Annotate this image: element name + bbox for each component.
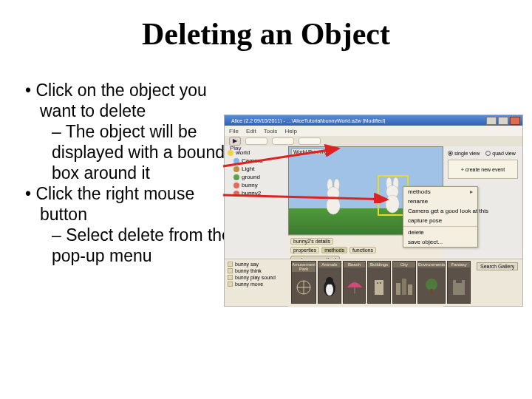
maximize-icon[interactable] [498,117,508,125]
ctx-capture-pose[interactable]: capture pose [403,216,477,225]
tree-item-world[interactable]: world [228,149,285,156]
menubar: File Edit Tools Help [225,126,522,136]
context-menu: methods▸ rename Camera get a good look a… [403,186,478,248]
list-label: bunny play sound [235,275,276,280]
ctx-delete[interactable]: delete [403,226,477,237]
close-icon[interactable] [510,117,520,125]
scene-object-bunny[interactable] [318,177,349,217]
radio-quad-view[interactable]: quad view [485,151,516,156]
gallery-thumb[interactable]: Amusement Park [291,261,316,304]
viewport-caption: World Running [291,149,330,155]
tab-functions[interactable]: functions [349,247,376,253]
list-label: bunny think [235,268,262,273]
svg-rect-24 [453,280,456,283]
castle-icon [450,276,468,296]
minimize-icon[interactable] [486,117,497,125]
gallery-bar: bunny say bunny think bunny play sound b… [225,259,522,306]
svg-point-3 [327,197,341,214]
list-item[interactable]: bunny think [228,268,285,273]
bullet-1a: • Click on the object you [25,80,276,100]
svg-point-12 [326,284,333,296]
tree-item-bunny[interactable]: bunny [228,182,285,188]
ctx-rename[interactable]: rename [403,197,477,206]
city-icon [395,276,414,296]
tree-label: Camera [242,157,262,164]
thumb-label: Beach [344,262,366,267]
details-tab-title: bunny2's details [290,238,333,245]
svg-rect-19 [402,279,406,295]
bunny-icon [233,183,239,188]
tree-label: bunny [242,182,258,188]
thumb-label: City [393,262,415,267]
toolbar-pill-2[interactable] [272,137,294,145]
svg-rect-20 [408,284,412,295]
tab-methods[interactable]: methods [321,247,347,253]
list-item[interactable]: bunny say [228,262,285,267]
svg-rect-16 [377,282,378,284]
slide-title: Deleting an Object [0,0,532,59]
tab-properties[interactable]: properties [290,247,319,253]
tree-item-bunny2[interactable]: bunny2 [228,190,285,197]
thumb-label: Environments [418,262,446,267]
ferris-wheel-icon [294,279,313,298]
globe-icon [228,150,233,156]
svg-rect-25 [462,280,465,283]
penguin-icon [321,275,338,297]
svg-point-7 [386,195,400,213]
thumb-label: Amusement Park [292,262,316,272]
svg-point-13 [326,277,333,284]
svg-rect-17 [380,282,381,284]
tree-item-ground[interactable]: ground [228,174,285,180]
list-label: bunny say [235,262,259,267]
ctx-save-object[interactable]: save object... [403,237,477,247]
window-title: Alice (2.2 09/10/2011) - …\AliceTutorial… [227,118,485,123]
svg-rect-23 [453,283,465,295]
umbrella-icon [345,277,364,295]
radio-label: quad view [492,151,516,156]
gallery-search: Search Gallery [474,259,522,306]
list-item[interactable]: bunny move [228,282,285,287]
menu-tools[interactable]: Tools [264,128,278,134]
tree-icon [422,276,441,296]
thumb-label: Buildings [368,262,390,267]
ground-icon [233,174,239,180]
thumb-label: Fantasy [448,262,470,267]
svg-rect-22 [430,289,433,295]
radio-icon [448,151,453,156]
gallery-thumb[interactable]: Animals [318,261,341,304]
tree-label: bunny2 [242,190,261,197]
radio-label: single view [454,151,480,156]
chevron-right-icon: ▸ [470,188,473,195]
svg-rect-15 [375,280,383,295]
gallery-thumb[interactable]: Beach [343,261,366,304]
tree-label: Light [242,166,254,172]
gallery-thumb[interactable]: Environments [417,261,446,304]
search-gallery-button[interactable]: Search Gallery [477,262,518,270]
ctx-camera-look[interactable]: Camera get a good look at this [403,206,477,216]
ctx-label: methods [408,188,431,195]
tree-item-camera[interactable]: Camera [228,157,285,164]
ctx-methods[interactable]: methods▸ [403,187,477,197]
svg-point-21 [426,279,437,290]
list-item[interactable]: bunny play sound [228,275,285,280]
square-icon [228,275,233,280]
play-button[interactable]: ▶ Play [229,137,241,146]
tree-label: ground [242,174,260,180]
menu-edit[interactable]: Edit [246,128,256,134]
square-icon [228,268,233,273]
gallery-thumb[interactable]: City [392,261,416,304]
radio-icon [485,151,491,156]
radio-single-view[interactable]: single view [448,151,480,156]
toolbar-pill-3[interactable] [299,137,321,145]
gallery-thumb[interactable]: Fantasy [447,261,471,304]
create-event-button[interactable]: + create new event [448,160,518,179]
menu-file[interactable]: File [229,128,239,134]
menu-help[interactable]: Help [284,128,296,134]
svg-rect-18 [396,283,400,295]
thumb-label: Animals [318,262,341,267]
toolbar: ▶ Play [225,136,522,146]
gallery-thumb[interactable]: Buildings [367,261,391,304]
toolbar-pill-1[interactable] [245,137,267,145]
tree-item-light[interactable]: Light [228,166,285,172]
alice-app-screenshot: Alice (2.2 09/10/2011) - …\AliceTutorial… [224,115,523,307]
